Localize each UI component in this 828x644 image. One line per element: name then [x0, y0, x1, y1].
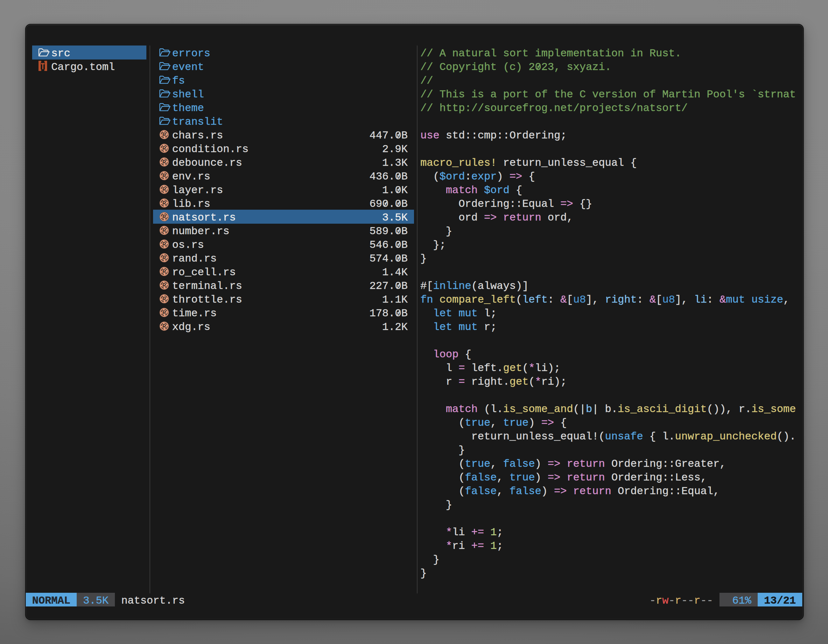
svg-text:R: R [162, 173, 166, 178]
svg-text:R: R [162, 310, 166, 315]
svg-text:R: R [162, 159, 166, 165]
svg-text:R: R [162, 227, 166, 233]
svg-text:R: R [162, 186, 166, 192]
svg-text:R: R [162, 268, 166, 274]
svg-text:R: R [162, 214, 166, 219]
svg-text:R: R [162, 255, 166, 260]
svg-text:R: R [162, 241, 166, 247]
svg-text:R: R [162, 132, 166, 137]
svg-text:R: R [162, 200, 166, 205]
svg-text:R: R [162, 296, 166, 301]
svg-text:R: R [162, 282, 166, 288]
svg-text:R: R [162, 323, 166, 329]
svg-text:R: R [162, 146, 166, 151]
